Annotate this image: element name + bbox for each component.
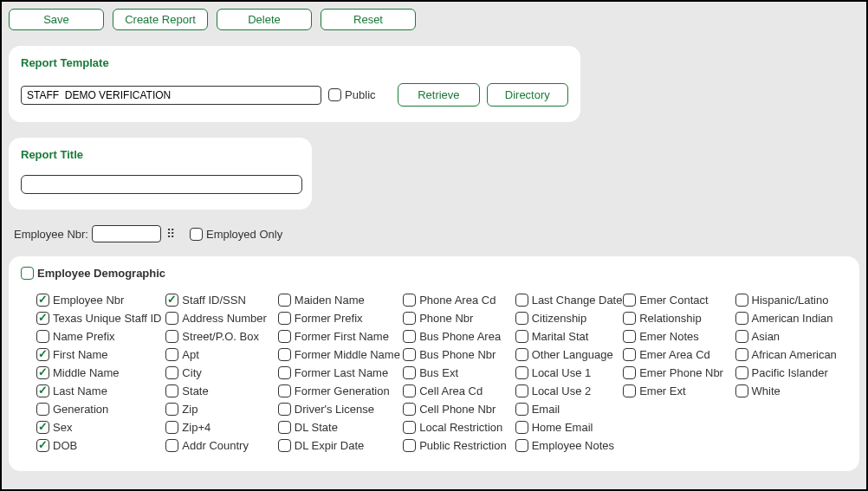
checkbox-icon (36, 403, 49, 416)
field-checkbox[interactable]: Staff ID/SSN (165, 294, 277, 307)
field-checkbox[interactable]: Street/P.O. Box (165, 330, 277, 343)
field-checkbox[interactable]: Emer Contact (623, 294, 735, 307)
checkbox-icon (328, 88, 341, 101)
field-checkbox[interactable]: Local Restriction (403, 421, 515, 434)
field-checkbox-label: State (182, 384, 208, 397)
checkbox-icon (36, 312, 49, 325)
report-template-input[interactable] (21, 86, 321, 105)
field-checkbox[interactable]: Employee Notes (515, 439, 623, 452)
field-checkbox[interactable]: Relationship (623, 312, 735, 325)
public-checkbox[interactable]: Public (328, 88, 375, 101)
field-checkbox[interactable]: Zip+4 (165, 421, 277, 434)
field-checkbox[interactable]: Home Email (515, 421, 623, 434)
retrieve-button[interactable]: Retrieve (398, 83, 479, 107)
field-checkbox[interactable]: White (735, 384, 847, 397)
field-checkbox[interactable]: Other Language (515, 348, 623, 361)
field-checkbox-label: Marital Stat (532, 330, 589, 343)
field-checkbox[interactable]: Emer Ext (623, 384, 735, 397)
checkbox-icon (278, 366, 291, 379)
field-checkbox-label: Generation (53, 403, 108, 416)
field-checkbox[interactable]: Local Use 2 (515, 384, 623, 397)
create-report-button[interactable]: Create Report (113, 9, 208, 30)
field-checkbox[interactable]: State (165, 384, 277, 397)
field-checkbox[interactable]: City (165, 366, 277, 379)
field-checkbox[interactable]: Name Prefix (36, 330, 165, 343)
save-button[interactable]: Save (9, 9, 104, 30)
checkbox-icon (278, 403, 291, 416)
employee-demographic-panel: Employee Demographic Employee NbrTexas U… (9, 256, 859, 471)
field-checkbox[interactable]: Emer Phone Nbr (623, 366, 735, 379)
checkbox-icon (278, 384, 291, 397)
field-checkbox-label: DL State (295, 421, 338, 434)
field-checkbox[interactable]: Sex (36, 421, 165, 434)
field-checkbox-label: Former Generation (295, 384, 390, 397)
demographic-column: Hispanic/LatinoAmerican IndianAsianAfric… (735, 294, 847, 452)
field-checkbox[interactable]: Public Restriction (403, 439, 515, 452)
field-checkbox[interactable]: Apt (165, 348, 277, 361)
field-checkbox[interactable]: DOB (36, 439, 165, 452)
checkbox-icon (165, 439, 178, 452)
field-checkbox[interactable]: Driver's License (278, 403, 403, 416)
field-checkbox[interactable]: Former Prefix (278, 312, 403, 325)
employee-nbr-picker-icon[interactable]: ⠿ (165, 229, 176, 239)
checkbox-icon (403, 294, 416, 307)
field-checkbox[interactable]: DL State (278, 421, 403, 434)
checkbox-icon (165, 421, 178, 434)
demographic-column: Maiden NameFormer PrefixFormer First Nam… (278, 294, 403, 452)
field-checkbox[interactable]: Bus Phone Area (403, 330, 515, 343)
field-checkbox[interactable]: Former Last Name (278, 366, 403, 379)
field-checkbox[interactable]: Addr Country (165, 439, 277, 452)
field-checkbox[interactable]: Emer Notes (623, 330, 735, 343)
checkbox-icon (623, 330, 636, 343)
field-checkbox-label: Public Restriction (419, 439, 506, 452)
field-checkbox[interactable]: Maiden Name (278, 294, 403, 307)
field-checkbox[interactable]: African American (735, 348, 847, 361)
field-checkbox[interactable]: Phone Nbr (403, 312, 515, 325)
field-checkbox[interactable]: Cell Area Cd (403, 384, 515, 397)
field-checkbox[interactable]: Asian (735, 330, 847, 343)
field-checkbox-label: Emer Notes (639, 330, 699, 343)
field-checkbox[interactable]: Email (515, 403, 623, 416)
public-label: Public (345, 88, 375, 101)
field-checkbox[interactable]: Last Change Date (515, 294, 623, 307)
field-checkbox[interactable]: Former Generation (278, 384, 403, 397)
checkbox-icon (165, 366, 178, 379)
field-checkbox[interactable]: Bus Ext (403, 366, 515, 379)
field-checkbox-label: Home Email (532, 421, 593, 434)
field-checkbox[interactable]: Local Use 1 (515, 366, 623, 379)
field-checkbox[interactable]: Former First Name (278, 330, 403, 343)
field-checkbox[interactable]: Marital Stat (515, 330, 623, 343)
field-checkbox[interactable]: Middle Name (36, 366, 165, 379)
delete-button[interactable]: Delete (217, 9, 312, 30)
demographic-column: Last Change DateCitizenshipMarital StatO… (515, 294, 623, 452)
field-checkbox[interactable]: Former Middle Name (278, 348, 403, 361)
field-checkbox[interactable]: Phone Area Cd (403, 294, 515, 307)
field-checkbox-label: Staff ID/SSN (182, 294, 245, 307)
field-checkbox[interactable]: Citizenship (515, 312, 623, 325)
field-checkbox[interactable]: Pacific Islander (735, 366, 847, 379)
field-checkbox[interactable]: Generation (36, 403, 165, 416)
checkbox-icon (403, 348, 416, 361)
field-checkbox[interactable]: DL Expir Date (278, 439, 403, 452)
field-checkbox[interactable]: Emer Area Cd (623, 348, 735, 361)
field-checkbox[interactable]: Zip (165, 403, 277, 416)
field-checkbox[interactable]: Bus Phone Nbr (403, 348, 515, 361)
field-checkbox[interactable]: Texas Unique Staff ID (36, 312, 165, 325)
report-title-panel: Report Title (9, 138, 312, 210)
field-checkbox[interactable]: Hispanic/Latino (735, 294, 847, 307)
report-title-input[interactable] (21, 175, 302, 194)
directory-button[interactable]: Directory (487, 83, 568, 107)
report-template-title: Report Template (21, 56, 568, 69)
field-checkbox-label: DOB (53, 439, 77, 452)
field-checkbox[interactable]: American Indian (735, 312, 847, 325)
field-checkbox[interactable]: Address Number (165, 312, 277, 325)
field-checkbox[interactable]: Last Name (36, 384, 165, 397)
reset-button[interactable]: Reset (321, 9, 416, 30)
field-checkbox[interactable]: First Name (36, 348, 165, 361)
field-checkbox[interactable]: Cell Phone Nbr (403, 403, 515, 416)
field-checkbox[interactable]: Employee Nbr (36, 294, 165, 307)
employee-nbr-input[interactable] (92, 225, 161, 242)
employed-only-label: Employed Only (206, 228, 282, 241)
employed-only-checkbox[interactable]: Employed Only (190, 228, 282, 241)
employee-demographic-checkbox[interactable]: Employee Demographic (21, 267, 165, 280)
